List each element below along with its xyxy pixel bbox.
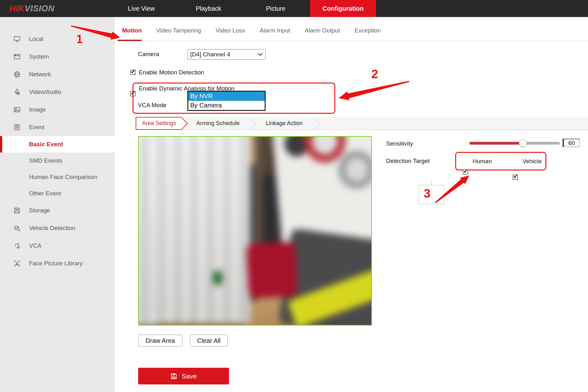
- sensitivity-label: Sensitivity: [386, 140, 413, 147]
- subtab-area-settings[interactable]: Area Settings: [136, 117, 182, 130]
- nav-playback[interactable]: Playback: [182, 0, 235, 17]
- nav-picture[interactable]: Picture: [249, 0, 303, 17]
- camera-select[interactable]: [D4] Channel 4: [187, 49, 266, 60]
- sidebar-item-label: Video/Audio: [29, 89, 61, 95]
- sensitivity-value-field[interactable]: 60: [562, 139, 580, 147]
- enable-motion-label: Enable Motion Detection: [139, 69, 204, 76]
- sidebar-item-event[interactable]: Event: [0, 118, 115, 136]
- tab-video-loss[interactable]: Video Loss: [215, 27, 245, 34]
- camera-scene-image: [138, 136, 372, 326]
- sidebar-item-smd-events[interactable]: SMD Events: [0, 153, 115, 169]
- sidebar-item-human-face-comparison[interactable]: Human Face Comparison: [0, 169, 115, 185]
- video-preview-canvas[interactable]: [138, 136, 372, 326]
- chevron-down-icon: [258, 53, 263, 56]
- save-button-label: Save: [182, 372, 197, 380]
- vca-mode-option-by-camera[interactable]: By Camera: [188, 101, 265, 110]
- sidebar-item-vehicle-detection[interactable]: Vehicle Detection: [0, 219, 115, 237]
- sidebar-item-label: SMD Events: [29, 157, 62, 164]
- camera-label: Camera: [138, 51, 159, 58]
- vca-mode-option-by-nvr[interactable]: By NVR: [188, 92, 265, 101]
- tab-video-tampering[interactable]: Video Tampering: [156, 27, 201, 34]
- image-icon: [13, 106, 21, 113]
- globe-icon: [13, 71, 21, 78]
- step-3-number: 3: [420, 187, 434, 200]
- sidebar-item-label: VCA: [29, 242, 41, 249]
- vehicle-search-icon: [13, 224, 21, 232]
- floppy-icon: [13, 207, 21, 214]
- sidebar-item-label: Network: [29, 71, 51, 78]
- sidebar-item-label: Local: [29, 36, 43, 43]
- sidebar-item-label: Vehicle Detection: [29, 225, 75, 232]
- checkmark-icon: ✔: [513, 173, 518, 180]
- enable-motion-checkbox[interactable]: ✔: [130, 70, 136, 75]
- sidebar-item-label: Event: [29, 124, 44, 131]
- checkmark-icon: ✔: [131, 68, 135, 75]
- sensitivity-slider-fill: [469, 142, 524, 145]
- tab-exception[interactable]: Exception: [355, 27, 381, 34]
- tab-motion[interactable]: Motion: [122, 27, 142, 34]
- sidebar-item-local[interactable]: Local: [0, 30, 115, 48]
- hikvision-logo: HIKVISION: [9, 0, 55, 17]
- logo-vision: VISION: [25, 4, 55, 14]
- step-3-dashed-box: [419, 185, 444, 204]
- camera-select-value: [D4] Channel 4: [190, 51, 258, 58]
- sidebar-item-label: Human Face Comparison: [29, 174, 97, 181]
- notebook-icon: [13, 124, 21, 131]
- enable-dynamic-analysis-checkbox[interactable]: ✔: [130, 91, 136, 96]
- microphone-icon: [13, 88, 21, 96]
- sidebar-item-label: Storage: [29, 207, 50, 214]
- event-tab-bar: Motion Video Tampering Video Loss Alarm …: [122, 27, 381, 34]
- logo-hik: HIK: [9, 4, 25, 14]
- tab-alarm-input[interactable]: Alarm Input: [260, 27, 290, 34]
- nav-configuration[interactable]: Configuration: [310, 0, 376, 17]
- sidebar-item-other-event[interactable]: Other Event: [0, 185, 115, 202]
- step-2-number: 2: [368, 67, 382, 81]
- monitor-icon: [13, 35, 21, 43]
- vca-mode-dropdown-list: By NVR By Camera: [187, 91, 266, 111]
- arrow-2-to-vca-box: [338, 81, 410, 101]
- human-target-checkbox[interactable]: ✔: [463, 169, 468, 175]
- sidebar-item-label: Image: [29, 106, 46, 113]
- top-bar: HIKVISION Live View Playback Picture Con…: [0, 0, 588, 17]
- draw-area-button[interactable]: Draw Area: [138, 335, 182, 347]
- sidebar-item-label: Other Event: [29, 190, 61, 197]
- nav-live-view[interactable]: Live View: [115, 0, 168, 17]
- clear-all-button[interactable]: Clear All: [190, 335, 228, 347]
- sidebar-item-network[interactable]: Network: [0, 66, 115, 83]
- subtab-arming-schedule[interactable]: Arming Schedule: [186, 117, 250, 130]
- sidebar-item-storage[interactable]: Storage: [0, 202, 115, 219]
- face-frame-icon: [13, 260, 21, 267]
- sidebar: Local System Network Video/Audio Image E…: [0, 17, 115, 392]
- sidebar-item-face-picture-library[interactable]: Face Picture Library: [0, 255, 115, 272]
- sidebar-item-basic-event[interactable]: Basic Event: [0, 136, 115, 153]
- sensitivity-slider-handle[interactable]: [519, 139, 527, 147]
- save-floppy-icon: [170, 373, 177, 380]
- sidebar-item-video-audio[interactable]: Video/Audio: [0, 83, 115, 101]
- checkmark-icon: ✔: [131, 90, 135, 96]
- checkmark-icon: ✔: [463, 168, 468, 175]
- tab-bar-divider: [115, 41, 588, 41]
- vca-icon: [13, 242, 21, 250]
- save-button[interactable]: Save: [138, 368, 229, 384]
- window-icon: [13, 53, 21, 61]
- sidebar-item-label: System: [29, 53, 49, 60]
- active-tab-underline: [118, 40, 142, 41]
- tab-alarm-output[interactable]: Alarm Output: [305, 27, 340, 34]
- sidebar-item-label: Face Picture Library: [29, 260, 83, 267]
- subtab-linkage-action[interactable]: Linkage Action: [254, 117, 314, 130]
- arrow-3-to-detection-target: [435, 175, 470, 203]
- step-3-caret-tick: [431, 179, 432, 185]
- sidebar-item-system[interactable]: System: [0, 48, 115, 66]
- vehicle-target-checkbox[interactable]: ✔: [513, 175, 518, 180]
- vca-mode-label: VCA Mode: [138, 102, 167, 109]
- sidebar-item-label: Basic Event: [29, 141, 63, 148]
- sidebar-item-image[interactable]: Image: [0, 101, 115, 118]
- human-target-label: Human: [473, 158, 492, 165]
- vehicle-target-label: Vehicle: [522, 158, 542, 165]
- sidebar-item-vca[interactable]: VCA: [0, 237, 115, 255]
- detection-target-label: Detection Target: [386, 158, 430, 164]
